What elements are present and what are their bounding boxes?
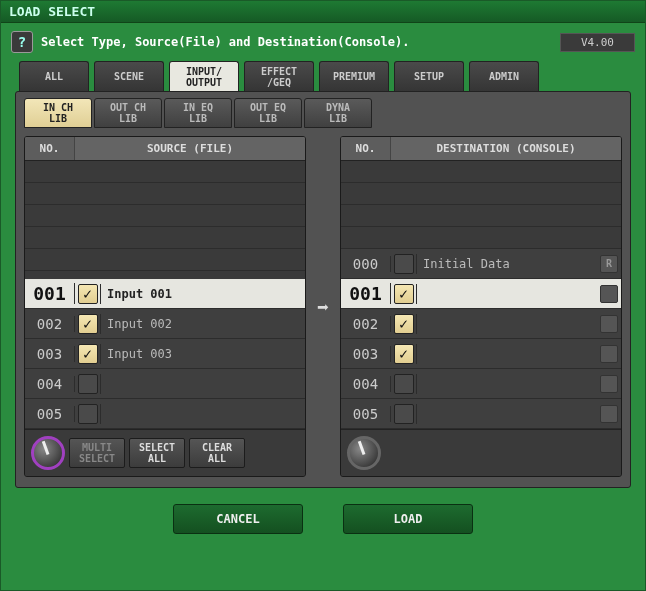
row-no: 004 [25, 376, 75, 392]
subtab-in-ch-lib[interactable]: IN CH LIB [24, 98, 92, 128]
row-no: 001 [341, 283, 391, 304]
row-checkbox[interactable]: ✓ [75, 284, 101, 304]
row-checkbox[interactable] [75, 404, 101, 424]
row-no: 002 [25, 316, 75, 332]
row-flag [597, 285, 621, 303]
row-no: 005 [25, 406, 75, 422]
source-header-no: NO. [25, 137, 75, 160]
tab-input-output[interactable]: INPUT/ OUTPUT [169, 61, 239, 91]
dest-header-no: NO. [341, 137, 391, 160]
dest-footer [341, 429, 621, 476]
dest-row[interactable]: 004 [341, 369, 621, 399]
title-bar: LOAD SELECT [1, 1, 645, 23]
source-row[interactable]: 001 ✓ Input 001 [25, 279, 305, 309]
check-icon: ✓ [394, 344, 414, 364]
row-flag [597, 345, 621, 363]
row-no: 001 [25, 283, 75, 304]
bottom-buttons: CANCEL LOAD [1, 496, 645, 544]
row-checkbox[interactable] [391, 404, 417, 424]
source-row[interactable]: 005 [25, 399, 305, 429]
help-text: Select Type, Source(File) and Destinatio… [41, 35, 409, 49]
dest-row[interactable]: 001 ✓ [341, 279, 621, 309]
select-all-button[interactable]: SELECT ALL [129, 438, 185, 468]
load-button[interactable]: LOAD [343, 504, 473, 534]
source-rows: 001 ✓ Input 001 002 ✓ Input 002 003 ✓ In… [25, 279, 305, 429]
source-row[interactable]: 003 ✓ Input 003 [25, 339, 305, 369]
subtab-in-eq-lib[interactable]: IN EQ LIB [164, 98, 232, 128]
arrow-right-icon: ➡ [317, 295, 329, 319]
version-badge: V4.00 [560, 33, 635, 52]
tab-premium[interactable]: PREMIUM [319, 61, 389, 91]
scroll-knob[interactable] [31, 436, 65, 470]
row-flag [597, 375, 621, 393]
row-checkbox[interactable] [75, 374, 101, 394]
tab-scene[interactable]: SCENE [94, 61, 164, 91]
source-header-title: SOURCE (FILE) [75, 137, 305, 160]
row-checkbox[interactable]: ✓ [75, 344, 101, 364]
clear-all-button[interactable]: CLEAR ALL [189, 438, 245, 468]
row-checkbox[interactable]: ✓ [75, 314, 101, 334]
check-icon [394, 374, 414, 394]
row-no: 003 [341, 346, 391, 362]
source-row[interactable]: 004 [25, 369, 305, 399]
cancel-button[interactable]: CANCEL [173, 504, 303, 534]
source-row[interactable]: 002 ✓ Input 002 [25, 309, 305, 339]
row-no: 003 [25, 346, 75, 362]
check-icon [78, 374, 98, 394]
row-no: 000 [341, 256, 391, 272]
check-icon [78, 404, 98, 424]
panels: NO. SOURCE (FILE) 001 ✓ Input 001 [24, 136, 622, 477]
check-icon [394, 254, 414, 274]
row-name: Input 003 [101, 347, 305, 361]
check-icon: ✓ [78, 284, 98, 304]
multi-select-button[interactable]: MULTI SELECT [69, 438, 125, 468]
row-checkbox[interactable]: ✓ [391, 314, 417, 334]
row-flag: R [597, 255, 621, 273]
window: LOAD SELECT ? Select Type, Source(File) … [0, 0, 646, 591]
subtab-out-ch-lib[interactable]: OUT CH LIB [94, 98, 162, 128]
top-tabs: ALL SCENE INPUT/ OUTPUT EFFECT /GEQ PREM… [1, 61, 645, 91]
row-name: Input 002 [101, 317, 305, 331]
row-checkbox[interactable] [391, 254, 417, 274]
row-checkbox[interactable]: ✓ [391, 284, 417, 304]
tab-all[interactable]: ALL [19, 61, 89, 91]
check-icon: ✓ [78, 314, 98, 334]
destination-panel: NO. DESTINATION (CONSOLE) 000 Initial Da… [340, 136, 622, 477]
content-panel: IN CH LIB OUT CH LIB IN EQ LIB OUT EQ LI… [15, 91, 631, 488]
dest-row[interactable]: 003 ✓ [341, 339, 621, 369]
source-footer: MULTI SELECT SELECT ALL CLEAR ALL [25, 429, 305, 476]
window-title: LOAD SELECT [9, 4, 95, 19]
row-no: 004 [341, 376, 391, 392]
help-bar: ? Select Type, Source(File) and Destinat… [1, 23, 645, 59]
sub-tabs: IN CH LIB OUT CH LIB IN EQ LIB OUT EQ LI… [24, 98, 622, 128]
scroll-knob[interactable] [347, 436, 381, 470]
tab-admin[interactable]: ADMIN [469, 61, 539, 91]
dest-rows: 000 Initial Data R 001 ✓ 002 ✓ [341, 249, 621, 429]
dest-header-title: DESTINATION (CONSOLE) [391, 137, 621, 160]
dest-row[interactable]: 005 [341, 399, 621, 429]
tab-setup[interactable]: SETUP [394, 61, 464, 91]
arrow-column: ➡ [312, 136, 334, 477]
dest-row[interactable]: 002 ✓ [341, 309, 621, 339]
help-icon[interactable]: ? [11, 31, 33, 53]
row-checkbox[interactable]: ✓ [391, 344, 417, 364]
source-panel: NO. SOURCE (FILE) 001 ✓ Input 001 [24, 136, 306, 477]
check-icon: ✓ [78, 344, 98, 364]
row-flag [597, 405, 621, 423]
row-no: 005 [341, 406, 391, 422]
tab-effect-geq[interactable]: EFFECT /GEQ [244, 61, 314, 91]
source-header: NO. SOURCE (FILE) [25, 137, 305, 161]
subtab-dyna-lib[interactable]: DYNA LIB [304, 98, 372, 128]
dest-header: NO. DESTINATION (CONSOLE) [341, 137, 621, 161]
check-icon [394, 404, 414, 424]
row-name: Input 001 [101, 287, 305, 301]
row-checkbox[interactable] [391, 374, 417, 394]
source-spacer [25, 161, 305, 279]
subtab-out-eq-lib[interactable]: OUT EQ LIB [234, 98, 302, 128]
row-no: 002 [341, 316, 391, 332]
dest-spacer [341, 161, 621, 249]
row-flag [597, 315, 621, 333]
check-icon: ✓ [394, 284, 414, 304]
dest-row[interactable]: 000 Initial Data R [341, 249, 621, 279]
row-name: Initial Data [417, 257, 597, 271]
